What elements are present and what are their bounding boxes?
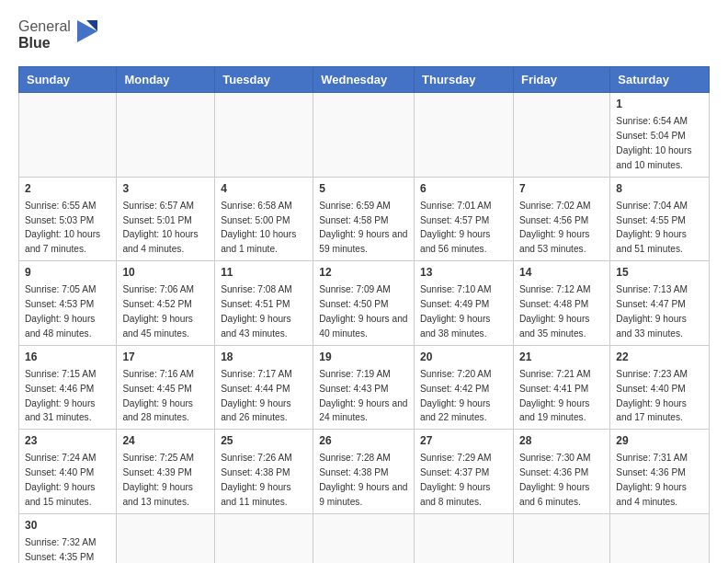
cell-info: Sunrise: 6:57 AM Sunset: 5:01 PM Dayligh… bbox=[122, 201, 198, 254]
calendar-cell: 15Sunrise: 7:13 AM Sunset: 4:47 PM Dayli… bbox=[610, 261, 710, 346]
header-section: General Blue bbox=[18, 18, 710, 52]
day-header-monday: Monday bbox=[117, 67, 215, 93]
calendar-cell: 13Sunrise: 7:10 AM Sunset: 4:49 PM Dayli… bbox=[415, 261, 514, 346]
day-number: 14 bbox=[519, 265, 604, 281]
calendar-cell: 2Sunrise: 6:55 AM Sunset: 5:03 PM Daylig… bbox=[19, 177, 117, 261]
calendar-cell bbox=[117, 93, 215, 178]
calendar-container: General Blue SundayMondayTuesdayWednesda… bbox=[0, 0, 728, 563]
day-number: 3 bbox=[122, 181, 209, 197]
cell-info: Sunrise: 7:30 AM Sunset: 4:36 PM Dayligh… bbox=[519, 453, 591, 506]
cell-info: Sunrise: 7:02 AM Sunset: 4:56 PM Dayligh… bbox=[519, 201, 591, 254]
cell-info: Sunrise: 6:55 AM Sunset: 5:03 PM Dayligh… bbox=[25, 201, 100, 254]
calendar-cell: 28Sunrise: 7:30 AM Sunset: 4:36 PM Dayli… bbox=[513, 430, 609, 514]
day-number: 23 bbox=[25, 433, 110, 449]
day-header-wednesday: Wednesday bbox=[313, 67, 415, 93]
cell-info: Sunrise: 7:09 AM Sunset: 4:50 PM Dayligh… bbox=[319, 284, 407, 338]
calendar-cell: 8Sunrise: 7:04 AM Sunset: 4:55 PM Daylig… bbox=[610, 177, 710, 261]
calendar-cell: 11Sunrise: 7:08 AM Sunset: 4:51 PM Dayli… bbox=[215, 261, 313, 346]
day-header-tuesday: Tuesday bbox=[215, 67, 313, 93]
day-number: 27 bbox=[420, 433, 507, 449]
cell-info: Sunrise: 7:01 AM Sunset: 4:57 PM Dayligh… bbox=[420, 201, 492, 254]
calendar-cell bbox=[117, 513, 215, 563]
cell-info: Sunrise: 7:17 AM Sunset: 4:44 PM Dayligh… bbox=[221, 369, 292, 422]
logo-triangle-icon bbox=[74, 18, 99, 52]
day-number: 19 bbox=[319, 350, 408, 365]
cell-info: Sunrise: 7:21 AM Sunset: 4:41 PM Dayligh… bbox=[519, 369, 591, 422]
calendar-cell bbox=[313, 93, 415, 178]
day-number: 13 bbox=[420, 265, 507, 281]
day-number: 30 bbox=[25, 518, 110, 534]
day-number: 2 bbox=[25, 181, 110, 197]
calendar-cell bbox=[313, 513, 415, 563]
logo: General Blue bbox=[18, 18, 99, 52]
calendar-cell: 22Sunrise: 7:23 AM Sunset: 4:40 PM Dayli… bbox=[610, 345, 710, 430]
calendar-cell bbox=[215, 93, 313, 178]
day-number: 8 bbox=[616, 181, 703, 197]
cell-info: Sunrise: 7:26 AM Sunset: 4:38 PM Dayligh… bbox=[221, 453, 292, 506]
calendar-cell: 17Sunrise: 7:16 AM Sunset: 4:45 PM Dayli… bbox=[117, 345, 215, 430]
calendar-cell bbox=[513, 93, 609, 178]
cell-info: Sunrise: 6:59 AM Sunset: 4:58 PM Dayligh… bbox=[319, 201, 407, 254]
calendar-grid: SundayMondayTuesdayWednesdayThursdayFrid… bbox=[18, 66, 710, 563]
calendar-cell: 5Sunrise: 6:59 AM Sunset: 4:58 PM Daylig… bbox=[313, 177, 415, 261]
calendar-cell: 6Sunrise: 7:01 AM Sunset: 4:57 PM Daylig… bbox=[415, 177, 514, 261]
calendar-cell: 16Sunrise: 7:15 AM Sunset: 4:46 PM Dayli… bbox=[19, 345, 117, 430]
cell-info: Sunrise: 7:20 AM Sunset: 4:42 PM Dayligh… bbox=[420, 369, 492, 422]
cell-info: Sunrise: 7:25 AM Sunset: 4:39 PM Dayligh… bbox=[122, 453, 194, 506]
day-header-thursday: Thursday bbox=[415, 67, 514, 93]
calendar-cell: 19Sunrise: 7:19 AM Sunset: 4:43 PM Dayli… bbox=[313, 345, 415, 430]
day-headers-row: SundayMondayTuesdayWednesdayThursdayFrid… bbox=[19, 67, 710, 93]
calendar-cell: 26Sunrise: 7:28 AM Sunset: 4:38 PM Dayli… bbox=[313, 430, 415, 514]
day-number: 7 bbox=[519, 181, 604, 197]
calendar-cell: 10Sunrise: 7:06 AM Sunset: 4:52 PM Dayli… bbox=[117, 261, 215, 346]
calendar-cell: 9Sunrise: 7:05 AM Sunset: 4:53 PM Daylig… bbox=[19, 261, 117, 346]
day-number: 17 bbox=[122, 350, 209, 365]
cell-info: Sunrise: 7:32 AM Sunset: 4:35 PM Dayligh… bbox=[25, 537, 97, 563]
cell-info: Sunrise: 7:15 AM Sunset: 4:46 PM Dayligh… bbox=[25, 369, 97, 422]
calendar-cell: 27Sunrise: 7:29 AM Sunset: 4:37 PM Dayli… bbox=[415, 430, 514, 514]
day-number: 10 bbox=[122, 265, 209, 281]
cell-info: Sunrise: 7:23 AM Sunset: 4:40 PM Dayligh… bbox=[616, 369, 688, 422]
calendar-cell: 12Sunrise: 7:09 AM Sunset: 4:50 PM Dayli… bbox=[313, 261, 415, 346]
day-number: 28 bbox=[519, 433, 604, 449]
calendar-cell: 24Sunrise: 7:25 AM Sunset: 4:39 PM Dayli… bbox=[117, 430, 215, 514]
day-number: 18 bbox=[221, 350, 307, 365]
calendar-cell bbox=[215, 513, 313, 563]
day-number: 9 bbox=[25, 265, 110, 281]
week-row-3: 16Sunrise: 7:15 AM Sunset: 4:46 PM Dayli… bbox=[19, 345, 710, 430]
cell-info: Sunrise: 7:16 AM Sunset: 4:45 PM Dayligh… bbox=[122, 369, 194, 422]
calendar-cell: 14Sunrise: 7:12 AM Sunset: 4:48 PM Dayli… bbox=[513, 261, 609, 346]
calendar-cell: 23Sunrise: 7:24 AM Sunset: 4:40 PM Dayli… bbox=[19, 430, 117, 514]
calendar-cell bbox=[513, 513, 609, 563]
week-row-5: 30Sunrise: 7:32 AM Sunset: 4:35 PM Dayli… bbox=[19, 513, 710, 563]
day-number: 22 bbox=[616, 350, 703, 365]
cell-info: Sunrise: 6:58 AM Sunset: 5:00 PM Dayligh… bbox=[221, 201, 296, 254]
cell-info: Sunrise: 7:10 AM Sunset: 4:49 PM Dayligh… bbox=[420, 284, 492, 338]
day-number: 26 bbox=[319, 433, 408, 449]
calendar-cell: 18Sunrise: 7:17 AM Sunset: 4:44 PM Dayli… bbox=[215, 345, 313, 430]
cell-info: Sunrise: 7:28 AM Sunset: 4:38 PM Dayligh… bbox=[319, 453, 407, 506]
cell-info: Sunrise: 7:24 AM Sunset: 4:40 PM Dayligh… bbox=[25, 453, 97, 506]
calendar-cell: 7Sunrise: 7:02 AM Sunset: 4:56 PM Daylig… bbox=[513, 177, 609, 261]
day-header-sunday: Sunday bbox=[19, 67, 117, 93]
cell-info: Sunrise: 7:19 AM Sunset: 4:43 PM Dayligh… bbox=[319, 369, 407, 422]
cell-info: Sunrise: 7:06 AM Sunset: 4:52 PM Dayligh… bbox=[122, 284, 194, 338]
day-number: 25 bbox=[221, 433, 307, 449]
day-number: 12 bbox=[319, 265, 408, 281]
calendar-cell: 30Sunrise: 7:32 AM Sunset: 4:35 PM Dayli… bbox=[19, 513, 117, 563]
day-number: 24 bbox=[122, 433, 209, 449]
day-number: 21 bbox=[519, 350, 604, 365]
calendar-cell: 1Sunrise: 6:54 AM Sunset: 5:04 PM Daylig… bbox=[610, 93, 710, 178]
day-header-saturday: Saturday bbox=[610, 67, 710, 93]
week-row-4: 23Sunrise: 7:24 AM Sunset: 4:40 PM Dayli… bbox=[19, 430, 710, 514]
cell-info: Sunrise: 7:08 AM Sunset: 4:51 PM Dayligh… bbox=[221, 284, 292, 338]
cell-info: Sunrise: 7:04 AM Sunset: 4:55 PM Dayligh… bbox=[616, 201, 688, 254]
calendar-cell: 25Sunrise: 7:26 AM Sunset: 4:38 PM Dayli… bbox=[215, 430, 313, 514]
calendar-cell: 29Sunrise: 7:31 AM Sunset: 4:36 PM Dayli… bbox=[610, 430, 710, 514]
logo-area: General Blue bbox=[18, 18, 99, 52]
day-number: 16 bbox=[25, 350, 110, 365]
day-number: 29 bbox=[616, 433, 703, 449]
day-number: 4 bbox=[221, 181, 307, 197]
day-number: 6 bbox=[420, 181, 507, 197]
day-number: 15 bbox=[616, 265, 703, 281]
